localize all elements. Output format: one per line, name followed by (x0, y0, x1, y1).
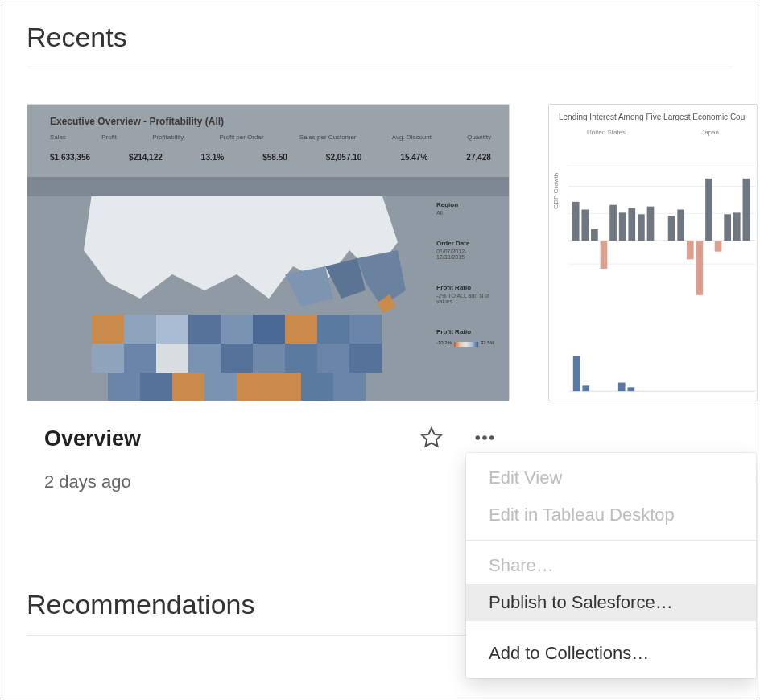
svg-rect-47 (696, 241, 704, 295)
svg-rect-35 (572, 202, 580, 241)
svg-rect-42 (638, 214, 645, 241)
card-thumbnail[interactable]: Executive Overview - Profitability (All)… (27, 104, 510, 401)
recents-heading: Recents (2, 2, 758, 68)
thumb-metric-labels: Sales Profit Profitability Profit per Or… (50, 134, 491, 141)
card-title[interactable]: Overview (27, 426, 141, 451)
svg-rect-20 (140, 373, 172, 401)
menu-separator (466, 628, 756, 628)
svg-rect-48 (705, 179, 712, 241)
app-frame: Recents Executive Overview - Profitabili… (2, 2, 758, 698)
svg-rect-61 (627, 387, 634, 391)
recents-card[interactable]: Lending Interest Among Five Largest Econ… (548, 104, 758, 492)
svg-rect-58 (573, 356, 580, 392)
svg-rect-15 (253, 344, 285, 373)
svg-rect-14 (221, 344, 253, 373)
svg-rect-22 (204, 373, 237, 401)
context-menu: Edit View Edit in Tableau Desktop Share…… (466, 453, 756, 678)
svg-rect-40 (619, 212, 626, 241)
svg-rect-3 (156, 315, 188, 344)
svg-rect-24 (269, 373, 301, 401)
svg-rect-52 (743, 179, 750, 241)
svg-rect-26 (333, 373, 366, 401)
card-meta-row: Overview (27, 422, 510, 455)
svg-rect-1 (92, 315, 124, 344)
svg-point-29 (489, 435, 494, 440)
svg-rect-51 (733, 212, 741, 241)
svg-rect-11 (124, 344, 156, 373)
map-icon (43, 196, 422, 401)
legend-gradient (454, 342, 478, 347)
svg-rect-9 (349, 315, 382, 344)
svg-rect-19 (108, 373, 140, 401)
svg-rect-13 (188, 344, 221, 373)
svg-rect-23 (237, 373, 269, 401)
svg-point-27 (476, 435, 481, 440)
svg-rect-37 (591, 229, 598, 241)
svg-rect-38 (601, 241, 608, 269)
thumb-title: Lending Interest Among Five Largest Econ… (559, 113, 745, 121)
svg-rect-43 (647, 207, 655, 241)
menu-item-publish-salesforce[interactable]: Publish to Salesforce… (466, 584, 756, 621)
svg-rect-45 (677, 210, 684, 241)
thumb-metric-values: $1,633,356 $214,122 13.1% $58.50 $2,057.… (50, 153, 491, 162)
svg-rect-6 (253, 315, 285, 344)
menu-separator (466, 540, 756, 541)
menu-item-add-collections[interactable]: Add to Collections… (466, 635, 756, 672)
svg-rect-25 (301, 373, 333, 401)
bar-chart-icon: 50% 25% 1.0% -5% (568, 145, 755, 298)
svg-rect-17 (317, 344, 349, 373)
svg-rect-4 (188, 315, 221, 344)
card-actions (416, 422, 510, 455)
svg-rect-59 (582, 385, 589, 391)
thumb-sidebar: Region All Order Date 01/07/2012-12/30/2… (436, 201, 494, 347)
more-icon (473, 426, 497, 450)
recents-list: Executive Overview - Profitability (All)… (2, 68, 758, 492)
svg-rect-60 (618, 383, 626, 392)
card-thumbnail[interactable]: Lending Interest Among Five Largest Econ… (548, 104, 758, 401)
svg-rect-41 (628, 208, 635, 241)
svg-rect-49 (715, 241, 722, 252)
svg-rect-21 (172, 373, 204, 401)
svg-rect-44 (668, 216, 675, 241)
star-icon (419, 426, 444, 450)
menu-item-edit-view[interactable]: Edit View (466, 459, 756, 496)
svg-rect-2 (124, 315, 156, 344)
svg-rect-5 (221, 315, 253, 344)
bar-chart-icon (568, 346, 755, 397)
svg-rect-46 (687, 241, 694, 259)
favorite-button[interactable] (416, 422, 447, 455)
svg-rect-39 (609, 205, 617, 241)
recents-card[interactable]: Executive Overview - Profitability (All)… (27, 104, 510, 492)
thumb-title: Executive Overview - Profitability (All) (50, 116, 224, 127)
more-actions-button[interactable] (469, 422, 500, 455)
svg-rect-36 (581, 210, 589, 241)
svg-rect-10 (92, 344, 124, 373)
svg-rect-7 (285, 315, 317, 344)
card-timestamp: 2 days ago (27, 471, 510, 492)
svg-rect-12 (156, 344, 188, 373)
svg-rect-18 (349, 344, 382, 373)
menu-item-share[interactable]: Share… (466, 547, 756, 584)
svg-point-28 (482, 435, 487, 440)
svg-rect-16 (285, 344, 317, 373)
menu-item-edit-desktop[interactable]: Edit in Tableau Desktop (466, 496, 756, 533)
svg-rect-50 (724, 214, 731, 241)
svg-rect-8 (317, 315, 349, 344)
